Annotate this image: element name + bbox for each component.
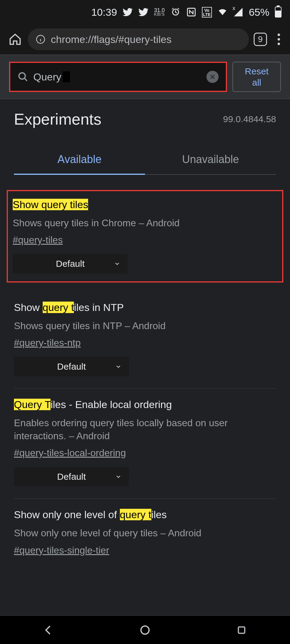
flag-title: Show only one level of query tiles	[14, 508, 276, 522]
chevron-down-icon	[114, 260, 120, 267]
browser-toolbar: chrome://flags/#query-tiles 9	[0, 24, 290, 54]
flag-title: Query Tiles - Enable local ordering	[14, 398, 276, 412]
svg-rect-9	[239, 627, 245, 633]
flag-permalink[interactable]: #query-tiles-ntp	[14, 337, 81, 348]
flag-description: Shows query tiles in NTP – Android	[14, 319, 276, 332]
volte-top: Vo	[204, 8, 209, 12]
flag-select[interactable]: Default	[14, 467, 129, 486]
flag-title-highlight: query t	[120, 509, 151, 520]
search-text: Query	[33, 71, 61, 83]
flag-permalink[interactable]: #query-tiles-local-ordering	[14, 447, 126, 459]
nfc-icon	[186, 7, 196, 17]
flag-select[interactable]: Default	[14, 357, 129, 376]
flags-search-row: Query Reset all	[0, 54, 290, 99]
home-nav-button[interactable]	[138, 623, 152, 637]
tab-switcher-button[interactable]: 9	[254, 33, 267, 46]
svg-line-5	[25, 78, 27, 81]
svg-point-8	[141, 626, 149, 634]
flag-title-highlight: Show query tiles	[13, 199, 88, 210]
status-time: 10:39	[91, 6, 117, 18]
overflow-menu-button[interactable]	[275, 34, 283, 45]
tab-unavailable[interactable]: Unavailable	[145, 153, 276, 174]
reset-all-button[interactable]: Reset all	[232, 62, 281, 92]
cell-signal-icon: x	[233, 7, 243, 17]
flag-permalink[interactable]: #query-tiles	[13, 234, 63, 246]
clear-search-button[interactable]	[206, 71, 219, 83]
flag-select[interactable]: Default	[13, 254, 128, 273]
chevron-down-icon	[115, 363, 122, 370]
flag-select-value: Default	[57, 472, 86, 482]
twitter-icon	[123, 7, 133, 17]
flag-title-post: iles in NTP	[74, 302, 124, 313]
flag-item: Query Tiles - Enable local ordering Enab…	[14, 389, 276, 499]
flag-description: Enables ordering query tiles locally bas…	[14, 417, 276, 443]
flag-title-pre: Show	[14, 302, 43, 313]
battery-fill	[275, 11, 281, 17]
network-speed-unit: KB/S	[154, 13, 165, 16]
tab-count: 9	[258, 34, 263, 44]
flag-title: Show query tiles	[13, 198, 277, 212]
page-title: Experiments	[14, 110, 101, 128]
tab-row: Available Unavailable	[14, 153, 276, 175]
search-value: Query	[33, 71, 70, 83]
system-nav-bar	[0, 615, 290, 644]
site-info-icon[interactable]	[36, 34, 45, 44]
flag-title-highlight: query t	[43, 302, 74, 313]
flag-description: Show only one level of query tiles – And…	[14, 527, 276, 540]
flag-title-pre: Show only one level of	[14, 509, 120, 520]
flag-title: Show query tiles in NTP	[14, 301, 276, 315]
omnibox-url: chrome://flags/#query-tiles	[51, 34, 172, 45]
signal-annotation: x	[232, 5, 235, 11]
page-header: Experiments 99.0.4844.58	[0, 99, 290, 132]
flag-permalink[interactable]: #query-tiles-single-tier	[14, 545, 109, 556]
flag-item: Show only one level of query tiles Show …	[14, 499, 276, 568]
twitter-icon	[138, 7, 149, 17]
back-button[interactable]	[42, 623, 55, 637]
flags-search-input[interactable]: Query	[9, 62, 227, 92]
battery-icon	[275, 7, 282, 18]
flag-title-post: iles	[151, 509, 167, 520]
flag-item: Show query tiles Shows query tiles in Ch…	[7, 190, 283, 283]
recents-button[interactable]	[235, 623, 248, 637]
wifi-icon	[217, 7, 228, 17]
svg-point-4	[19, 73, 25, 79]
omnibox[interactable]: chrome://flags/#query-tiles	[28, 28, 249, 50]
flag-title-post: iles - Enable local ordering	[51, 399, 172, 410]
status-bar: 10:39 31.0 KB/S Vo LTE x 65%	[0, 0, 290, 24]
battery-percent: 65%	[249, 6, 269, 18]
home-button[interactable]	[7, 31, 23, 47]
flag-item: Show query tiles in NTP Shows query tile…	[14, 292, 276, 389]
alarm-icon	[170, 7, 181, 17]
flag-select-value: Default	[56, 259, 84, 269]
chevron-down-icon	[115, 473, 122, 480]
volte-icon: Vo LTE	[202, 7, 212, 18]
flag-select-value: Default	[57, 361, 86, 372]
flag-title-highlight: Query T	[14, 399, 51, 410]
network-speed: 31.0 KB/S	[154, 8, 165, 16]
text-cursor	[63, 71, 70, 82]
flags-list: Show query tiles Shows query tiles in Ch…	[0, 175, 290, 568]
volte-bot: LTE	[203, 12, 211, 17]
search-icon	[18, 71, 28, 82]
chrome-version: 99.0.4844.58	[223, 114, 276, 124]
tab-available[interactable]: Available	[14, 153, 145, 175]
flag-description: Shows query tiles in Chrome – Android	[13, 217, 277, 230]
